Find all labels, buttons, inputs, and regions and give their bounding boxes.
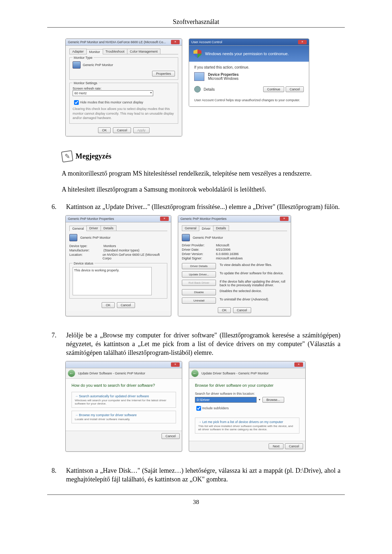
ok-button[interactable]: OK bbox=[218, 307, 230, 313]
tab-driver[interactable]: Driver bbox=[86, 225, 101, 231]
shield-icon bbox=[193, 49, 201, 58]
step-number: 7. bbox=[52, 331, 66, 357]
signer-label: Digital Signer: bbox=[182, 257, 211, 260]
tab-driver[interactable]: Driver bbox=[199, 226, 213, 231]
cancel-button[interactable]: Cancel bbox=[286, 86, 304, 92]
browse-button[interactable]: Browse... bbox=[262, 397, 284, 403]
option-browse-computer[interactable]: → Browse my computer for driver software… bbox=[72, 411, 176, 423]
ok-button[interactable]: OK bbox=[98, 127, 111, 133]
uac-dialog: User Account Control × Windows needs you… bbox=[189, 38, 309, 107]
wizard-title: Browse for driver software on your compu… bbox=[195, 383, 299, 387]
disable-desc: Disables the selected device. bbox=[220, 289, 287, 293]
uninstall-desc: To uninstall the driver (Advanced). bbox=[220, 297, 287, 301]
path-input[interactable]: D:\Driver bbox=[195, 397, 257, 403]
update-driver-desc: To update the driver software for this d… bbox=[220, 271, 287, 275]
details-toggle[interactable]: Details bbox=[204, 87, 215, 91]
divider bbox=[47, 495, 345, 495]
signer-value: microsoft windows bbox=[216, 257, 243, 260]
update-driver-wizard-search: × ← Update Driver Software - Generic PnP… bbox=[65, 361, 182, 452]
date-value: 6/21/2006 bbox=[216, 248, 230, 251]
tab-adapter[interactable]: Adapter bbox=[69, 49, 87, 54]
version-value: 6.0.6000.16386 bbox=[216, 252, 239, 256]
close-icon[interactable]: × bbox=[294, 362, 303, 367]
hide-modes-label: Hide modes that this monitor cannot disp… bbox=[80, 100, 143, 104]
rollback-driver-desc: If the device fails after updating the d… bbox=[220, 280, 287, 287]
close-icon[interactable]: × bbox=[171, 362, 180, 367]
monitor-icon bbox=[73, 61, 81, 69]
close-icon[interactable]: × bbox=[298, 40, 307, 44]
tab-general[interactable]: General bbox=[182, 225, 199, 231]
close-icon[interactable]: × bbox=[171, 40, 180, 44]
option-search-auto[interactable]: → Search automatically for updated drive… bbox=[72, 392, 176, 408]
continue-button[interactable]: Continue bbox=[263, 86, 284, 92]
title-text: Generic PnP Monitor and NVIDIA GeForce 6… bbox=[68, 40, 166, 44]
cancel-button[interactable]: Cancel bbox=[285, 443, 303, 449]
step-text: Kattintson a „Have Disk…" (Saját lemez…)… bbox=[66, 466, 340, 484]
device-type-value: Monitors bbox=[103, 244, 116, 248]
properties-button[interactable]: Properties bbox=[152, 71, 175, 77]
cancel-button[interactable]: Cancel bbox=[113, 127, 131, 133]
version-label: Driver Version: bbox=[182, 252, 211, 256]
back-icon[interactable]: ← bbox=[68, 370, 75, 377]
device-type-label: Device type: bbox=[69, 244, 98, 248]
include-subfolders-checkbox[interactable] bbox=[196, 406, 201, 411]
monitor-name: Generic PnP Monitor bbox=[83, 63, 113, 67]
date-label: Driver Date: bbox=[182, 248, 211, 251]
close-icon[interactable]: × bbox=[280, 217, 289, 221]
location-value: on NVIDIA GeForce 6600 LE (Microsoft Cor… bbox=[102, 253, 167, 260]
update-driver-wizard-browse: × ← Update Driver Software - Generic PnP… bbox=[189, 361, 306, 452]
breadcrumb: Update Driver Software - Generic PnP Mon… bbox=[201, 372, 269, 375]
chevron-down-icon[interactable] bbox=[194, 86, 201, 93]
note-label: Megjegyzés bbox=[75, 152, 111, 160]
provider-value: Microsoft bbox=[216, 243, 229, 247]
page-number: 38 bbox=[47, 498, 345, 506]
driver-details-button[interactable]: Driver Details bbox=[182, 263, 216, 269]
app-name: Device Properties bbox=[208, 73, 239, 77]
option-pick-from-list[interactable]: → Let me pick from a list of device driv… bbox=[195, 418, 299, 434]
manufacturer-label: Manufacturer: bbox=[69, 249, 98, 252]
tab-monitor[interactable]: Monitor bbox=[86, 49, 103, 54]
monitor-icon bbox=[69, 234, 77, 241]
search-location-label: Search for driver software in this locat… bbox=[195, 392, 299, 395]
refresh-label: Screen refresh rate: bbox=[73, 87, 175, 90]
ok-button[interactable]: OK bbox=[102, 302, 114, 308]
hide-modes-checkbox[interactable] bbox=[74, 100, 79, 105]
step-number: 6. bbox=[52, 202, 66, 211]
cancel-button[interactable]: Cancel bbox=[162, 433, 180, 439]
next-button[interactable]: Next bbox=[269, 443, 283, 449]
device-status-legend: Device status bbox=[73, 262, 94, 265]
tab-color-management[interactable]: Color Management bbox=[127, 49, 161, 54]
step-text: Kattintson az „Update Driver..." (Illesz… bbox=[66, 202, 340, 211]
note-icon bbox=[61, 150, 73, 163]
properties-general-dialog: Generic PnP Monitor Properties × General… bbox=[65, 215, 171, 316]
uninstall-button[interactable]: Uninstall bbox=[182, 297, 216, 304]
driver-details-desc: To view details about the driver files. bbox=[220, 263, 287, 267]
divider bbox=[47, 27, 345, 28]
uac-started-text: If you started this action, continue. bbox=[194, 65, 304, 69]
rollback-driver-button: Roll Back Driver bbox=[182, 280, 216, 286]
tab-general[interactable]: General bbox=[69, 226, 87, 231]
disable-button[interactable]: Disable bbox=[182, 289, 216, 295]
close-icon[interactable]: × bbox=[160, 217, 169, 221]
monitor-icon bbox=[182, 234, 190, 241]
tab-details[interactable]: Details bbox=[101, 225, 117, 231]
provider-label: Driver Provider: bbox=[182, 243, 211, 247]
app-vendor: Microsoft Windows bbox=[208, 77, 239, 81]
note-paragraph-1: A monitorillesztő program MS hitelesítés… bbox=[62, 169, 330, 178]
tab-details[interactable]: Details bbox=[213, 225, 229, 231]
apply-button: Apply bbox=[133, 127, 150, 133]
device-name: Generic PnP Monitor bbox=[193, 236, 223, 239]
back-icon[interactable]: ← bbox=[191, 370, 199, 377]
refresh-rate-select[interactable]: 60 Hertz bbox=[73, 90, 153, 96]
title-text: Generic PnP Monitor Properties bbox=[68, 217, 114, 221]
page-header: Szoftverhasználat bbox=[47, 18, 345, 26]
tab-troubleshoot[interactable]: Troubleshoot bbox=[103, 49, 127, 54]
wizard-title: How do you want to search for driver sof… bbox=[72, 383, 176, 387]
uac-banner-text: Windows needs your permission to contino… bbox=[205, 52, 289, 56]
update-driver-button[interactable]: Update Driver... bbox=[182, 271, 216, 278]
app-icon bbox=[194, 72, 204, 81]
monitor-properties-dialog: Generic PnP Monitor and NVIDIA GeForce 6… bbox=[65, 38, 182, 136]
uac-title: User Account Control bbox=[191, 40, 222, 44]
cancel-button[interactable]: Cancel bbox=[233, 307, 251, 313]
cancel-button[interactable]: Cancel bbox=[117, 302, 135, 308]
